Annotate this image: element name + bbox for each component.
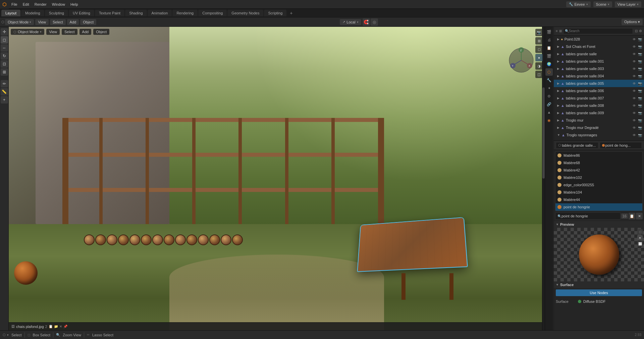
outliner-menu-icon[interactable]: ≡ bbox=[556, 29, 558, 33]
outliner-expand-icon[interactable]: ▶ bbox=[557, 111, 559, 115]
outliner-visibility-icon[interactable]: 👁 bbox=[632, 82, 637, 85]
add-workspace-button[interactable]: + bbox=[287, 9, 295, 17]
view-layer-selector[interactable]: View Layer ▾ bbox=[615, 1, 641, 7]
outliner-item[interactable]: ▶▲tables grande salle.008👁📷 bbox=[554, 102, 644, 109]
outliner-visibility-icon[interactable]: 👁 bbox=[632, 60, 637, 63]
outliner-item[interactable]: ▶▲tables grande salle👁📷 bbox=[554, 50, 644, 58]
outliner-expand-icon[interactable]: ▼ bbox=[557, 133, 560, 137]
outliner-settings-icon[interactable]: ⚙ bbox=[639, 29, 642, 33]
measure-tool[interactable]: 📏 bbox=[1, 88, 8, 95]
outliner-item[interactable]: ▶▲tables grande salle.007👁📷 bbox=[554, 94, 644, 102]
scale-tool[interactable]: ⊡ bbox=[1, 60, 8, 68]
3d-viewport[interactable]: ⬡ Object Mode ▾ View Select Add Object 📷… bbox=[9, 27, 545, 330]
prop-constraints-icon[interactable]: 🔗 bbox=[545, 100, 553, 108]
outliner-visibility-icon[interactable]: 👁 bbox=[632, 89, 637, 93]
outliner-render-icon[interactable]: 📷 bbox=[637, 52, 643, 56]
select-tool[interactable]: ◻ bbox=[1, 36, 8, 44]
prop-physics-icon[interactable]: ⚙ bbox=[545, 92, 553, 100]
object-menu-btn[interactable]: Object bbox=[80, 19, 96, 25]
viewport-grid-icon[interactable]: ⊞ bbox=[535, 37, 543, 45]
cursor-tool[interactable]: ✛ bbox=[1, 28, 8, 36]
prop-view-layer-icon[interactable]: 📋 bbox=[545, 44, 553, 52]
select-menu-btn[interactable]: Select bbox=[50, 19, 66, 25]
outliner-visibility-icon[interactable]: 👁 bbox=[632, 67, 637, 71]
active-object-field[interactable]: ⬡ tables grande salle... bbox=[556, 142, 598, 149]
outliner-search-input[interactable] bbox=[569, 29, 631, 33]
transform-orientation-dropdown[interactable]: ↗ Local ▾ bbox=[340, 19, 361, 25]
outliner-visibility-icon[interactable]: 👁 bbox=[632, 45, 637, 49]
editor-type-selector[interactable]: ⬡ ▾ bbox=[3, 333, 9, 337]
preview-cube-icon[interactable]: ⬜ bbox=[637, 241, 643, 247]
outliner-visibility-icon[interactable]: 👁 bbox=[632, 111, 637, 115]
material-list-item[interactable]: Matière68 bbox=[555, 159, 642, 166]
status-zoom[interactable]: Zoom View bbox=[63, 333, 81, 337]
tab-layout[interactable]: Layout bbox=[1, 10, 20, 16]
viewport-select-menu[interactable]: Select bbox=[62, 29, 77, 35]
annotate-tool[interactable]: ✏ bbox=[1, 80, 8, 87]
outliner-item[interactable]: ▶▲tables grande salle.005👁📷 bbox=[554, 80, 644, 87]
viewport-image-name[interactable]: 🖼 chais plafond.jpg 2 📋 📁 ✕ 📌 bbox=[11, 325, 67, 329]
material-list-item[interactable]: Matière42 bbox=[555, 166, 642, 174]
outliner-visibility-icon[interactable]: 👁 bbox=[632, 38, 637, 41]
outliner-visibility-icon[interactable]: 👁 bbox=[632, 96, 637, 100]
outliner-visibility-icon[interactable]: 👁 bbox=[632, 119, 637, 122]
outliner-item[interactable]: ▶▲ID11015214👁📷 bbox=[554, 139, 644, 140]
outliner-render-icon[interactable]: 📷 bbox=[637, 67, 643, 71]
tab-modeling[interactable]: Modeling bbox=[21, 10, 44, 16]
outliner-visibility-icon[interactable]: 👁 bbox=[632, 52, 637, 56]
tab-rendering[interactable]: Rendering bbox=[172, 10, 198, 16]
transform-tool[interactable]: ⊞ bbox=[1, 68, 8, 76]
outliner-filter-icon[interactable]: ⊞ bbox=[559, 29, 562, 33]
viewport-view-menu[interactable]: View bbox=[46, 29, 60, 35]
outliner-render-icon[interactable]: 📷 bbox=[637, 74, 643, 78]
view-menu-btn[interactable]: View bbox=[35, 19, 49, 25]
tab-sculpting[interactable]: Sculpting bbox=[45, 10, 68, 16]
outliner-expand-icon[interactable]: ▶ bbox=[557, 74, 559, 78]
outliner-search[interactable]: 🔍 bbox=[563, 28, 633, 34]
outliner-render-icon[interactable]: 📷 bbox=[637, 60, 643, 63]
outliner-item[interactable]: ▶●Point.028👁📷 bbox=[554, 36, 644, 43]
rotate-tool[interactable]: ↻ bbox=[1, 52, 8, 60]
outliner-visibility-icon[interactable]: 👁 bbox=[632, 133, 637, 137]
outliner-expand-icon[interactable]: ▶ bbox=[557, 89, 559, 92]
blender-logo[interactable]: ⬡ bbox=[0, 0, 9, 9]
outliner-expand-icon[interactable]: ▶ bbox=[557, 119, 559, 122]
viewport-add-menu[interactable]: Add bbox=[79, 29, 92, 35]
tab-geometry-nodes[interactable]: Geometry Nodes bbox=[227, 10, 263, 16]
active-material-field[interactable]: point de hong... bbox=[600, 142, 642, 149]
prop-particles-icon[interactable]: ✦ bbox=[545, 84, 553, 92]
outliner-render-icon[interactable]: 📷 bbox=[637, 82, 643, 85]
outliner-render-icon[interactable]: 📷 bbox=[637, 111, 643, 115]
outliner-render-icon[interactable]: 📷 bbox=[637, 126, 643, 130]
viewport-shading-rendered[interactable]: ● bbox=[535, 54, 543, 61]
material-list-item[interactable]: Matière104 bbox=[555, 189, 642, 196]
surface-section-label[interactable]: ▼ Surface bbox=[554, 281, 644, 288]
add-object-tool[interactable]: + bbox=[1, 96, 8, 104]
material-list-item[interactable]: Matière102 bbox=[555, 174, 642, 181]
magnet-snap-btn[interactable]: 🧲 bbox=[363, 18, 370, 26]
outliner-item[interactable]: ▶▲tables grande salle.004👁📷 bbox=[554, 72, 644, 80]
material-copy-btn[interactable]: 📋 bbox=[629, 213, 635, 219]
outliner-visibility-icon[interactable]: 👁 bbox=[632, 74, 637, 78]
viewport-shading-solid[interactable]: ◻ bbox=[535, 46, 543, 53]
options-btn[interactable]: Options ▾ bbox=[622, 19, 643, 25]
material-x-btn[interactable]: ✕ bbox=[636, 213, 643, 219]
outliner-item[interactable]: ▶▲Troglo mur Degradé👁📷 bbox=[554, 124, 644, 131]
add-menu-btn[interactable]: Add bbox=[67, 19, 79, 25]
outliner-expand-icon[interactable]: ▶ bbox=[557, 67, 559, 70]
prop-modifiers-icon[interactable]: 🔧 bbox=[545, 76, 553, 84]
material-list-item[interactable]: Matière86 bbox=[555, 152, 642, 159]
prop-data-icon[interactable]: ▲ bbox=[545, 109, 553, 116]
menu-help[interactable]: Help bbox=[68, 1, 81, 8]
tab-uv-editing[interactable]: UV Editing bbox=[69, 10, 94, 16]
outliner-render-icon[interactable]: 📷 bbox=[637, 38, 643, 41]
viewport-view-btn[interactable]: ⬡ Object Mode ▾ bbox=[11, 29, 44, 35]
menu-edit[interactable]: Edit bbox=[20, 1, 32, 8]
status-lasso[interactable]: Lasso Select bbox=[92, 333, 113, 337]
scene-selector[interactable]: Scene ▾ bbox=[593, 1, 612, 7]
status-box-select[interactable]: Box Select bbox=[33, 333, 51, 337]
menu-render[interactable]: Render bbox=[32, 1, 49, 8]
material-list-item[interactable]: Matière44 bbox=[555, 196, 642, 203]
material-search-field[interactable]: 🔍 bbox=[555, 212, 621, 220]
viewport-object-menu[interactable]: Object bbox=[93, 29, 109, 35]
